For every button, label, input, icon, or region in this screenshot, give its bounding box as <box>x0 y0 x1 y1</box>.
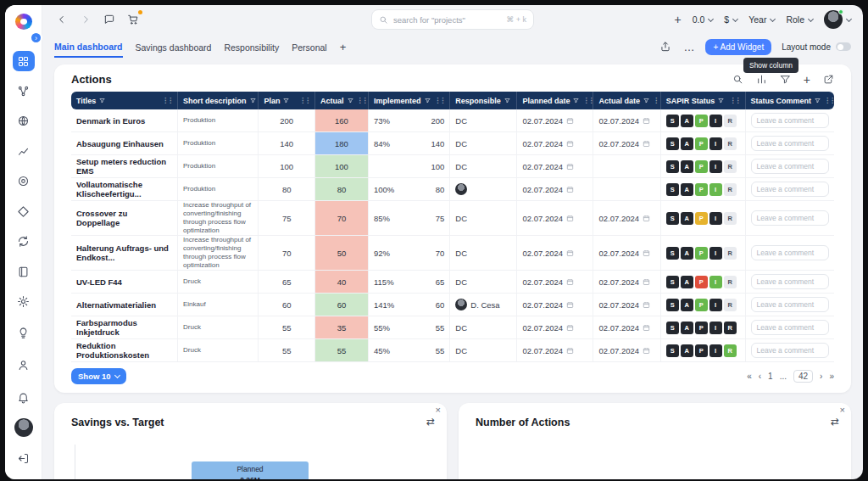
sapir-badge-A[interactable]: A <box>681 299 693 311</box>
comment-input[interactable]: Leave a comment <box>751 113 829 128</box>
column-header-8[interactable]: SAPIR Status⋮⋮ <box>661 92 746 109</box>
sapir-badge-I[interactable]: I <box>709 276 722 288</box>
sidebar-item-sync[interactable] <box>13 232 35 252</box>
currency-dropdown[interactable]: $ <box>724 14 737 25</box>
more-options-button[interactable]: … <box>683 41 695 53</box>
sapir-badge-S[interactable]: S <box>666 322 679 334</box>
sapir-badge-I[interactable]: I <box>709 183 722 196</box>
sidebar-item-assets[interactable] <box>13 201 35 221</box>
end-page-button[interactable]: » <box>829 372 834 381</box>
sapir-badge-A[interactable]: A <box>681 344 693 357</box>
sidebar-item-global[interactable] <box>13 111 35 131</box>
comment-input[interactable]: Leave a comment <box>751 210 829 226</box>
comment-input[interactable]: Leave a comment <box>751 320 829 335</box>
sapir-badge-R[interactable]: R <box>724 115 737 127</box>
sapir-badge-I[interactable]: I <box>709 322 722 334</box>
column-header-2[interactable]: Plan⋮⋮ <box>259 92 315 109</box>
tab-savings-dashboard[interactable]: Savings dashboard <box>136 37 212 57</box>
cell-planned-date[interactable]: 02.07.2024 <box>517 155 593 177</box>
column-drag-handle[interactable]: ⋮⋮ <box>299 97 309 104</box>
sidebar-collapse-handle[interactable]: › <box>30 31 42 44</box>
sapir-badge-S[interactable]: S <box>666 137 679 150</box>
export-button[interactable] <box>658 39 673 54</box>
sapir-badge-R[interactable]: R <box>724 212 737 225</box>
table-row[interactable]: UV-LED F44Druck6540115%65DC02.07.202402.… <box>71 271 834 294</box>
cell-planned-date[interactable]: 02.07.2024 <box>517 316 593 338</box>
sapir-badge-P[interactable]: P <box>695 247 708 260</box>
cell-actual-date[interactable]: 02.07.2024 <box>593 201 660 235</box>
sapir-badge-P[interactable]: P <box>695 212 708 225</box>
comment-input[interactable]: Leave a comment <box>751 245 829 260</box>
tab-personal[interactable]: Personal <box>292 37 326 57</box>
sapir-badge-R[interactable]: R <box>724 160 737 173</box>
user-menu[interactable] <box>824 10 851 29</box>
sapir-badge-S[interactable]: S <box>666 183 679 196</box>
cell-planned-date[interactable]: 02.07.2024 <box>517 271 593 293</box>
sapir-badge-A[interactable]: A <box>681 212 693 225</box>
column-drag-handle[interactable]: ⋮⋮ <box>162 97 172 104</box>
add-button[interactable]: + <box>675 14 682 25</box>
cell-actual-date[interactable]: 02.07.2024 <box>593 132 660 154</box>
sapir-badge-S[interactable]: S <box>666 115 679 127</box>
sapir-badge-R[interactable]: R <box>724 322 737 334</box>
cell-planned-date[interactable]: 02.07.2024 <box>517 339 593 361</box>
sapir-badge-P[interactable]: P <box>695 137 708 150</box>
column-header-0[interactable]: Titles⋮⋮ <box>71 92 178 109</box>
sapir-badge-I[interactable]: I <box>709 299 722 311</box>
sapir-badge-R[interactable]: R <box>724 299 737 311</box>
sapir-badge-S[interactable]: S <box>666 299 679 311</box>
table-row[interactable]: AlternativmaterialienEinkauf6060141%60D.… <box>71 294 834 316</box>
comment-input[interactable]: Leave a comment <box>751 297 829 312</box>
sapir-badge-R[interactable]: R <box>724 137 737 150</box>
cell-planned-date[interactable]: 02.07.2024 <box>517 132 593 154</box>
add-tab-button[interactable]: + <box>340 41 347 53</box>
search-input[interactable]: search for "projects" ⌘ + k <box>371 9 534 30</box>
forward-button[interactable] <box>78 12 93 27</box>
sidebar-item-targets[interactable] <box>13 171 35 192</box>
table-row[interactable]: Absaugung EinhausenProduktion14018084%14… <box>71 132 834 155</box>
cell-actual-date[interactable]: 02.07.2024 <box>593 109 660 131</box>
sidebar-item-settings[interactable] <box>13 292 35 312</box>
sapir-badge-I[interactable]: I <box>709 115 722 127</box>
prev-page-button[interactable]: ‹ <box>759 372 761 381</box>
show-rows-button[interactable]: Show 10 <box>71 368 126 384</box>
sapir-badge-P[interactable]: P <box>695 322 708 334</box>
close-widget-button[interactable]: × <box>436 405 441 415</box>
sapir-badge-S[interactable]: S <box>666 160 679 173</box>
column-drag-handle[interactable]: ⋮⋮ <box>653 97 661 104</box>
cell-planned-date[interactable]: 02.07.2024 <box>517 109 593 131</box>
sidebar-item-flows[interactable] <box>13 81 35 101</box>
cell-planned-date[interactable]: 02.07.2024 <box>517 178 593 200</box>
period-dropdown[interactable]: Year <box>748 14 775 25</box>
next-page-button[interactable]: › <box>820 372 822 381</box>
column-header-1[interactable]: Short description⋮⋮ <box>178 92 259 109</box>
comment-input[interactable]: Leave a comment <box>751 159 829 174</box>
sapir-badge-R[interactable]: R <box>724 247 737 260</box>
sapir-badge-I[interactable]: I <box>709 137 722 150</box>
comment-input[interactable]: Leave a comment <box>751 343 829 358</box>
sapir-badge-P[interactable]: P <box>695 276 708 288</box>
sapir-badge-I[interactable]: I <box>709 160 722 173</box>
table-row[interactable]: Reduktion ProduktionskostenDruck555545%5… <box>71 339 834 362</box>
sidebar-item-journal[interactable] <box>13 261 35 282</box>
sapir-badge-A[interactable]: A <box>681 115 693 127</box>
swap-chart-icon[interactable]: ⇄ <box>426 416 435 428</box>
sapir-badge-A[interactable]: A <box>681 183 693 196</box>
column-header-9[interactable]: Status Comment⋮⋮ <box>746 92 834 109</box>
comment-input[interactable]: Leave a comment <box>751 182 829 197</box>
column-drag-handle[interactable]: ⋮⋮ <box>357 97 367 104</box>
page-1-button[interactable]: 1 <box>768 372 773 381</box>
cell-actual-date[interactable]: 02.07.2024 <box>593 271 660 293</box>
cell-planned-date[interactable]: 02.07.2024 <box>517 294 593 316</box>
table-row[interactable]: Crossover zu DoppellageIncrease throughp… <box>71 201 834 236</box>
sapir-badge-A[interactable]: A <box>681 322 693 334</box>
filter-icon[interactable] <box>780 74 791 85</box>
sidebar-avatar[interactable] <box>14 418 33 437</box>
cell-actual-date[interactable]: 02.07.2024 <box>593 339 660 361</box>
sidebar-item-profile[interactable] <box>13 354 35 376</box>
table-row[interactable]: Setup meters reduction EMSProduktion1001… <box>71 155 834 178</box>
layout-mode-toggle[interactable] <box>836 42 851 51</box>
column-drag-handle[interactable]: ⋮⋮ <box>730 97 740 104</box>
first-page-button[interactable]: « <box>747 372 752 381</box>
table-row[interactable]: Vollautomatische Klischeefertigu...Produ… <box>71 178 834 201</box>
